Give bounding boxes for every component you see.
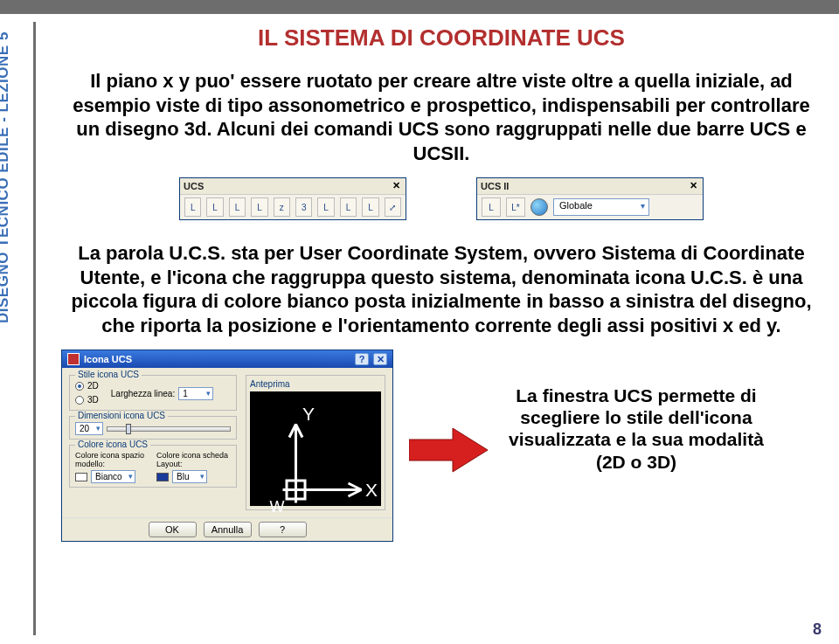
- radio-3d-label: 3D: [87, 395, 99, 405]
- ucs-tool-icon[interactable]: ⤢: [385, 197, 401, 217]
- size-slider[interactable]: [107, 426, 231, 432]
- radio-icon: [75, 396, 84, 405]
- svg-text:X: X: [365, 480, 378, 500]
- preview-legend: Anteprima: [250, 379, 381, 389]
- paragraph-definition: La parola U.C.S. sta per User Coordinate…: [70, 241, 813, 337]
- page-title: IL SISTEMA DI COORDINATE UCS: [61, 24, 822, 52]
- ucsii-toolbar: UCS II ✕ L L* Globale: [476, 177, 704, 220]
- ok-button[interactable]: OK: [149, 522, 197, 537]
- top-accent-bar: [0, 0, 839, 14]
- ucs-tool-icon[interactable]: L: [482, 197, 501, 217]
- color-legend: Colore icona UCS: [75, 440, 150, 449]
- page-number: 8: [813, 620, 822, 639]
- dialog-body: Stile icona UCS 2D 3D: [62, 368, 392, 517]
- ucs-tool-icon[interactable]: L: [184, 197, 201, 217]
- model-color-label: Colore icona spazio modello:: [75, 451, 149, 468]
- help-button[interactable]: ?: [355, 353, 369, 365]
- model-color-combo[interactable]: Bianco: [75, 470, 149, 483]
- toolbar-group: UCS ✕ L L L L z 3 L L L ⤢ UCS II ✕: [61, 177, 822, 220]
- ucs-tool-icon[interactable]: L: [317, 197, 334, 217]
- dialog-title: Icona UCS: [84, 354, 132, 364]
- size-input[interactable]: 20: [75, 422, 103, 435]
- ucs-tool-icon[interactable]: 3: [295, 197, 312, 217]
- ucs-toolbar-title: UCS: [184, 181, 204, 191]
- ucs-tool-icon[interactable]: L: [251, 197, 267, 217]
- dialog-titlebar: Icona UCS ? ✕: [62, 350, 392, 368]
- slide-content: IL SISTEMA DI COORDINATE UCS Il piano x …: [61, 24, 822, 542]
- svg-text:Y: Y: [302, 404, 315, 424]
- color-swatch-icon: [75, 473, 87, 481]
- dialog-left-panel: Stile icona UCS 2D 3D: [69, 375, 237, 510]
- ucs-tool-icon[interactable]: L: [206, 197, 223, 217]
- paragraph-intro: Il piano x y puo' essere ruotato per cre…: [70, 69, 813, 165]
- preview-panel: Anteprima Y X W: [246, 375, 385, 510]
- close-icon[interactable]: ✕: [373, 353, 387, 365]
- radio-3d[interactable]: 3D: [75, 395, 99, 405]
- size-fieldset: Dimensioni icona UCS 20: [69, 416, 237, 440]
- line-width-row: Larghezza linea: 1: [111, 381, 213, 406]
- color-fieldset: Colore icona UCS Colore icona spazio mod…: [69, 445, 237, 488]
- ucs-preview: Y X W: [250, 391, 381, 506]
- size-legend: Dimensioni icona UCS: [75, 411, 168, 420]
- radio-2d-label: 2D: [87, 381, 99, 391]
- radio-icon: [75, 382, 84, 391]
- ucs-tool-icon[interactable]: z: [274, 197, 290, 217]
- ucs-axes-icon: Y X W: [250, 391, 381, 523]
- ucs-icon-dialog: Icona UCS ? ✕ Stile icona UCS 2D: [61, 350, 393, 542]
- color-swatch-icon: [156, 473, 169, 481]
- model-color-value: Bianco: [91, 470, 135, 483]
- close-icon[interactable]: ✕: [687, 180, 699, 192]
- size-row: 20: [75, 422, 231, 435]
- line-width-combo[interactable]: 1: [178, 387, 213, 400]
- close-icon[interactable]: ✕: [390, 180, 402, 192]
- style-legend: Stile icona UCS: [75, 370, 142, 379]
- sidebar-course-label: DISEGNO TECNICO EDILE - LEZIONE 5: [0, 31, 12, 323]
- dialog-row: Icona UCS ? ✕ Stile icona UCS 2D: [61, 350, 822, 542]
- layout-color-label: Colore icona scheda Layout:: [156, 451, 231, 468]
- help-button[interactable]: ?: [259, 522, 307, 537]
- ucs-toolbar-header: UCS ✕: [180, 178, 406, 194]
- svg-text:W: W: [270, 498, 285, 516]
- callout-text: La finestra UCS permette di scegliere lo…: [496, 384, 776, 473]
- cancel-button[interactable]: Annulla: [204, 522, 252, 537]
- ucs-toolbar: UCS ✕ L L L L z 3 L L L ⤢: [179, 177, 406, 220]
- layout-color-combo[interactable]: Blu: [156, 470, 231, 483]
- radio-2d[interactable]: 2D: [75, 381, 99, 391]
- autocad-icon: [67, 353, 80, 365]
- ucs-tool-icon[interactable]: L: [229, 197, 246, 217]
- style-fieldset: Stile icona UCS 2D 3D: [69, 375, 237, 411]
- globe-icon: [530, 198, 548, 216]
- sidebar-divider: [33, 22, 36, 635]
- svg-marker-4: [409, 428, 488, 472]
- ucs-tool-icon[interactable]: L: [362, 197, 378, 217]
- ucs-tool-icon[interactable]: L: [340, 197, 357, 217]
- ucs-toolbar-body: L L L L z 3 L L L ⤢: [180, 194, 406, 219]
- ucsii-toolbar-title: UCS II: [481, 181, 509, 191]
- ucsii-toolbar-body: L L* Globale: [477, 194, 703, 219]
- arrow-right-icon: [409, 424, 488, 476]
- layout-color-value: Blu: [172, 470, 207, 483]
- ucs-tool-icon[interactable]: L*: [506, 197, 525, 217]
- line-width-label: Larghezza linea:: [111, 389, 175, 398]
- ucs-named-dropdown[interactable]: Globale: [553, 198, 649, 216]
- ucsii-toolbar-header: UCS II ✕: [477, 178, 703, 194]
